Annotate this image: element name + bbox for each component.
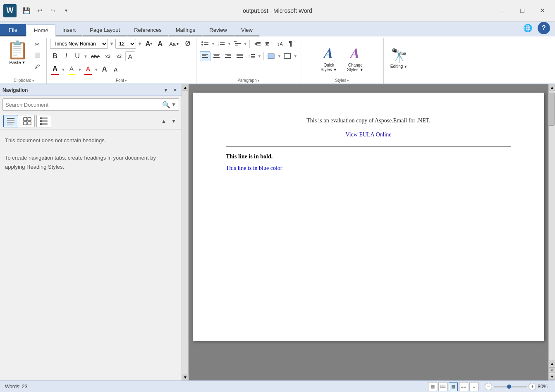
bullets-dropdown[interactable]: ▼ xyxy=(211,42,215,46)
search-icon[interactable]: 🔍 xyxy=(162,101,170,109)
tab-page-layout[interactable]: Page Layout xyxy=(83,24,127,36)
increase-indent-button[interactable] xyxy=(263,39,274,49)
shading-button[interactable] xyxy=(266,51,277,61)
tab-references[interactable]: References xyxy=(127,24,168,36)
quick-styles-icon: 𝑨 xyxy=(324,45,334,62)
shading-dropdown[interactable]: ▼ xyxy=(278,54,281,58)
line-spacing-dropdown[interactable]: ▼ xyxy=(258,54,261,58)
subscript-button[interactable]: x2 xyxy=(103,51,113,61)
tab-file[interactable]: File xyxy=(0,24,26,36)
align-right-button[interactable] xyxy=(223,51,234,61)
clear-formatting-button[interactable]: Ø xyxy=(183,39,193,49)
align-center-button[interactable] xyxy=(211,51,222,61)
text-color-button[interactable]: A xyxy=(83,64,93,74)
change-styles-button[interactable]: 𝑨 Change Styles ▼ xyxy=(344,43,367,74)
line-spacing-button[interactable]: ↕ xyxy=(246,51,257,61)
web-layout-btn[interactable]: ▦ xyxy=(449,382,458,391)
tab-mailings[interactable]: Mailings xyxy=(169,24,203,36)
search-dropdown-icon[interactable]: ▼ xyxy=(171,102,176,108)
search-input[interactable] xyxy=(5,102,162,108)
nav-scroll-down[interactable]: ▼ xyxy=(182,374,189,380)
show-marks-button[interactable]: ¶ xyxy=(286,39,296,49)
tab-insert[interactable]: Insert xyxy=(55,24,83,36)
scroll-select-browse-up[interactable]: ▲ xyxy=(549,361,555,366)
doc-scroll-up[interactable]: ▲ xyxy=(549,84,555,91)
superscript-button[interactable]: x2 xyxy=(114,51,124,61)
quick-styles-button[interactable]: 𝑨 Quick Styles ▼ xyxy=(317,43,340,74)
format-painter-button[interactable]: 🖌 xyxy=(31,61,43,72)
nav-view-results[interactable] xyxy=(36,115,51,127)
tab-home[interactable]: Home xyxy=(27,24,55,36)
text-size-up-button[interactable]: A xyxy=(100,65,110,74)
full-reading-btn[interactable]: 📖 xyxy=(438,382,447,391)
font-color-dropdown[interactable]: ▼ xyxy=(61,67,65,72)
change-case-button[interactable]: Aa▼ xyxy=(167,39,182,49)
clipboard-dialog-icon[interactable]: ▾ xyxy=(32,79,34,83)
minimize-button[interactable]: — xyxy=(493,4,512,18)
close-button[interactable]: ✕ xyxy=(533,4,552,18)
numbering-dropdown[interactable]: ▼ xyxy=(227,42,231,46)
zoom-slider[interactable] xyxy=(494,386,527,387)
zoom-in-button[interactable]: + xyxy=(529,383,536,390)
strikethrough-button[interactable]: abc xyxy=(89,51,102,61)
text-color-dropdown[interactable]: ▼ xyxy=(94,67,98,72)
font-dialog-icon[interactable]: ▾ xyxy=(125,79,127,83)
underline-dropdown[interactable]: ▼ xyxy=(84,54,88,59)
nav-view-pages[interactable] xyxy=(20,115,35,127)
highlight-button[interactable]: A xyxy=(67,64,77,74)
borders-dropdown[interactable]: ▼ xyxy=(294,54,297,58)
tab-review[interactable]: Review xyxy=(202,24,234,36)
font-color-button[interactable]: A xyxy=(50,64,60,74)
shrink-font-button[interactable]: A- xyxy=(156,39,166,49)
bold-line: This line is in bold. xyxy=(226,153,511,160)
numbering-button[interactable]: 1.2. xyxy=(216,39,227,49)
nav-next-button[interactable]: ▼ xyxy=(169,117,178,126)
scroll-select-browse-obj[interactable]: ○ xyxy=(549,367,555,373)
decrease-indent-button[interactable] xyxy=(252,39,263,49)
editing-content: 🔭 Editing ▼ xyxy=(387,39,411,77)
underline-button[interactable]: U xyxy=(72,51,82,61)
font-size-select[interactable]: 12 xyxy=(115,39,136,49)
align-left-button[interactable] xyxy=(200,51,211,61)
eula-link[interactable]: View EULA Online xyxy=(345,131,391,138)
copy-button[interactable]: ⬜ xyxy=(31,50,43,61)
svg-rect-14 xyxy=(257,43,261,44)
redo-button[interactable]: ↪ xyxy=(47,5,59,17)
multilevel-button[interactable] xyxy=(232,39,243,49)
cloud-icon[interactable]: 🌐 xyxy=(522,22,533,34)
doc-scroll-thumb[interactable] xyxy=(549,93,555,126)
italic-button[interactable]: I xyxy=(61,51,71,61)
help-button[interactable]: ? xyxy=(538,22,550,34)
save-button[interactable]: 💾 xyxy=(21,5,32,17)
multilevel-dropdown[interactable]: ▼ xyxy=(244,42,247,46)
tab-view[interactable]: View xyxy=(234,24,260,36)
paste-button[interactable]: 📋 Paste ▼ xyxy=(5,39,30,66)
customize-qa-button[interactable]: ▼ xyxy=(60,5,72,17)
grow-font-button[interactable]: A+ xyxy=(144,39,155,49)
nav-dropdown-button[interactable]: ▼ xyxy=(162,86,170,94)
justify-button[interactable] xyxy=(234,51,245,61)
editing-button[interactable]: 🔭 Editing ▼ xyxy=(387,46,411,70)
nav-prev-button[interactable]: ▲ xyxy=(159,117,168,126)
clear-format-button2[interactable]: A xyxy=(125,51,135,61)
outline-btn[interactable]: ≡≡ xyxy=(459,382,468,391)
paragraph-dialog-icon[interactable]: ▾ xyxy=(258,79,260,83)
nav-close-button[interactable]: ✕ xyxy=(171,86,179,94)
zoom-out-button[interactable]: − xyxy=(485,383,492,390)
maximize-button[interactable]: □ xyxy=(513,4,532,18)
print-layout-btn[interactable]: ▤ xyxy=(428,382,437,391)
font-name-select[interactable]: Times New Roman xyxy=(50,39,108,49)
cut-button[interactable]: ✂ xyxy=(31,39,43,50)
nav-scroll-up[interactable]: ▲ xyxy=(182,84,189,91)
scroll-select-browse-down[interactable]: ▼ xyxy=(549,374,555,380)
bullets-button[interactable] xyxy=(200,39,211,49)
draft-btn[interactable]: ≡ xyxy=(469,382,478,391)
bold-button[interactable]: B xyxy=(50,51,60,61)
nav-view-headings[interactable] xyxy=(3,115,18,127)
sort-button[interactable]: ↕A xyxy=(275,39,285,49)
borders-button[interactable] xyxy=(282,51,293,61)
styles-dialog-icon[interactable]: ▾ xyxy=(347,79,349,83)
undo-button[interactable]: ↩ xyxy=(34,5,45,17)
highlight-dropdown[interactable]: ▼ xyxy=(78,67,82,72)
text-size-down-button[interactable]: A xyxy=(111,65,121,74)
